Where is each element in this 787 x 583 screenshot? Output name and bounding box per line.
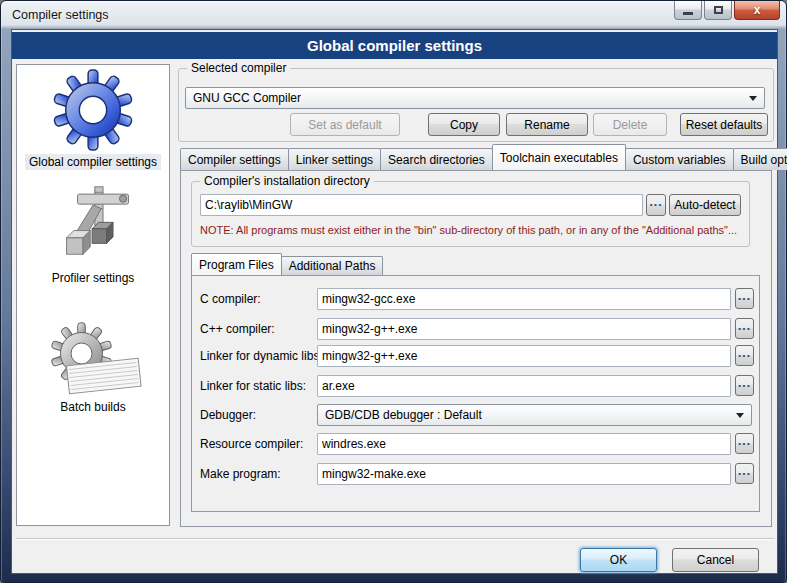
debugger-select-value: GDB/CDB debugger : Default	[325, 408, 482, 422]
browse-linker-dynamic-button[interactable]: ...	[735, 345, 754, 366]
page-header: Global compiler settings	[12, 32, 777, 59]
field-row-linker-dynamic: Linker for dynamic libs: ...	[192, 345, 761, 367]
caliper-icon	[51, 185, 135, 267]
browse-resource-compiler-button[interactable]: ...	[735, 433, 754, 454]
subtab-additional-paths[interactable]: Additional Paths	[281, 256, 384, 275]
field-label: Linker for static libs:	[200, 379, 306, 393]
gray-gear-papers-icon	[38, 320, 148, 396]
chevron-down-icon	[736, 413, 744, 418]
installation-directory-input[interactable]	[200, 194, 643, 216]
chevron-down-icon	[749, 96, 757, 101]
c-compiler-input[interactable]	[317, 288, 731, 310]
ok-button[interactable]: OK	[580, 548, 657, 572]
window-title: Compiler settings	[12, 8, 109, 22]
tab-toolchain-executables[interactable]: Toolchain executables	[492, 144, 626, 170]
sidebar-item-profiler-settings[interactable]: Profiler settings	[17, 185, 169, 286]
field-label: Resource compiler:	[200, 437, 303, 451]
selected-compiler-legend: Selected compiler	[187, 61, 290, 75]
installation-directory-group: Compiler's installation directory ... Au…	[191, 181, 750, 247]
sidebar-item-global-compiler-settings[interactable]: Global compiler settings	[17, 69, 169, 170]
linker-dynamic-input[interactable]	[317, 345, 731, 367]
field-row-resource-compiler: Resource compiler: ...	[192, 433, 761, 455]
close-icon: x	[754, 3, 761, 17]
compiler-select[interactable]: GNU GCC Compiler	[185, 87, 765, 109]
field-label: Linker for dynamic libs:	[200, 349, 323, 363]
browse-make-program-button[interactable]: ...	[735, 463, 754, 484]
tab-linker-settings[interactable]: Linker settings	[288, 148, 381, 170]
tab-build-options[interactable]: Build options	[733, 148, 787, 170]
sidebar-item-label: Batch builds	[56, 399, 129, 415]
tab-custom-variables[interactable]: Custom variables	[625, 148, 734, 170]
sidebar-item-batch-builds[interactable]: Batch builds	[17, 320, 169, 415]
field-label: C compiler:	[200, 292, 261, 306]
tab-compiler-settings[interactable]: Compiler settings	[180, 148, 289, 170]
browse-linker-static-button[interactable]: ...	[735, 375, 754, 396]
field-row-debugger: Debugger: GDB/CDB debugger : Default	[192, 404, 761, 426]
sidebar-item-label: Global compiler settings	[25, 154, 161, 170]
compiler-settings-dialog: Compiler settings x Global compiler sett…	[0, 0, 787, 583]
installation-directory-legend: Compiler's installation directory	[200, 174, 374, 188]
program-files-panel: C compiler: ... C++ compiler: ... Linker…	[191, 275, 760, 512]
browse-cpp-compiler-button[interactable]: ...	[735, 318, 754, 339]
cancel-button[interactable]: Cancel	[672, 548, 759, 572]
toolchain-subtabbar: Program Files Additional Paths	[191, 253, 382, 275]
close-button[interactable]: x	[734, 1, 780, 20]
field-label: C++ compiler:	[200, 322, 275, 336]
field-row-make-program: Make program: ...	[192, 463, 761, 485]
debugger-select[interactable]: GDB/CDB debugger : Default	[317, 404, 752, 426]
sidebar-item-label: Profiler settings	[48, 270, 139, 286]
maximize-button[interactable]	[704, 1, 732, 20]
linker-static-input[interactable]	[317, 375, 731, 397]
delete-button[interactable]: Delete	[593, 113, 667, 136]
field-row-cpp-compiler: C++ compiler: ...	[192, 318, 761, 340]
rename-button[interactable]: Rename	[506, 113, 588, 136]
page-title: Global compiler settings	[307, 37, 482, 54]
footer-separator	[16, 538, 775, 540]
titlebar[interactable]: Compiler settings x	[1, 1, 786, 29]
field-label: Make program:	[200, 467, 281, 481]
set-as-default-button[interactable]: Set as default	[290, 113, 400, 136]
minimize-icon	[683, 12, 693, 15]
toolchain-executables-page: Compiler's installation directory ... Au…	[180, 170, 772, 527]
reset-defaults-button[interactable]: Reset defaults	[680, 113, 768, 136]
field-label: Debugger:	[200, 408, 256, 422]
field-row-c-compiler: C compiler: ...	[192, 288, 761, 310]
selected-compiler-group: Selected compiler GNU GCC Compiler Set a…	[178, 68, 774, 142]
minimize-button[interactable]	[674, 1, 702, 20]
tab-search-directories[interactable]: Search directories	[380, 148, 493, 170]
browse-c-compiler-button[interactable]: ...	[735, 288, 754, 309]
make-program-input[interactable]	[317, 463, 731, 485]
blue-gear-icon	[52, 69, 134, 151]
compiler-select-value: GNU GCC Compiler	[193, 91, 301, 105]
maximize-icon	[714, 6, 723, 14]
settings-category-list: Global compiler settings Pr	[16, 64, 170, 526]
cpp-compiler-input[interactable]	[317, 318, 731, 340]
copy-button[interactable]: Copy	[428, 113, 500, 136]
dialog-client-area: Global compiler settings	[11, 29, 778, 574]
auto-detect-button[interactable]: Auto-detect	[669, 194, 741, 216]
subtab-program-files[interactable]: Program Files	[191, 253, 282, 275]
installation-note: NOTE: All programs must exist either in …	[200, 224, 747, 236]
resource-compiler-input[interactable]	[317, 433, 731, 455]
browse-directory-button[interactable]: ...	[646, 194, 666, 216]
field-row-linker-static: Linker for static libs: ...	[192, 375, 761, 397]
settings-tabbar: Compiler settings Linker settings Search…	[180, 144, 772, 170]
